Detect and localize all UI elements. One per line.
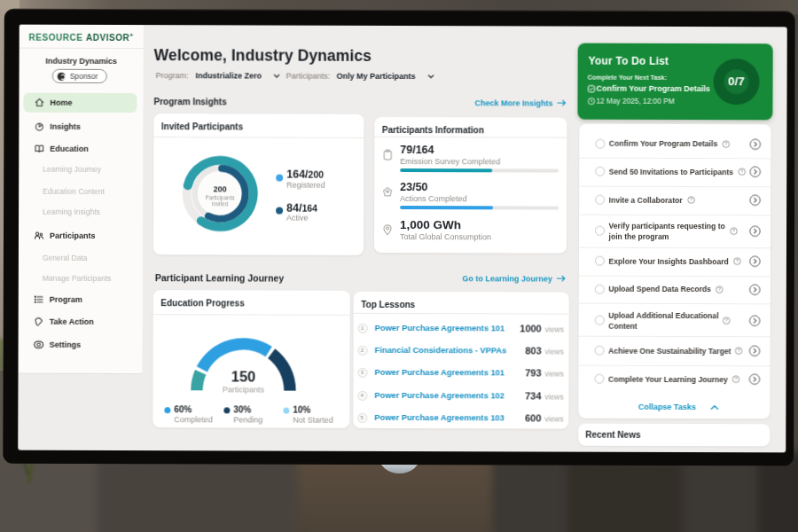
svg-text:?: ?: [734, 376, 737, 381]
svg-text:?: ?: [724, 317, 727, 323]
svg-text:?: ?: [717, 286, 720, 292]
svg-text:?: ?: [690, 197, 692, 202]
svg-text:?: ?: [724, 141, 727, 146]
svg-text:?: ?: [740, 168, 743, 174]
svg-text:?: ?: [737, 348, 739, 353]
svg-text:?: ?: [735, 258, 738, 263]
svg-text:?: ?: [732, 228, 735, 233]
